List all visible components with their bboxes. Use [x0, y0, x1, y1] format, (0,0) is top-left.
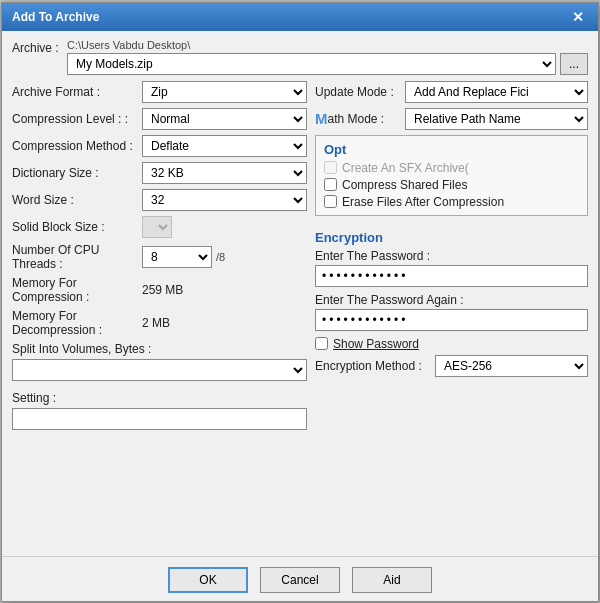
- erase-files-row: Erase Files After Compression: [324, 195, 579, 209]
- password-label: Enter The Password :: [315, 249, 588, 263]
- encryption-method-row: Encryption Method : AES-256: [315, 355, 588, 377]
- solid-block-row: Solid Block Size :: [12, 216, 307, 238]
- cancel-button[interactable]: Cancel: [260, 567, 340, 593]
- browse-button[interactable]: ...: [560, 53, 588, 75]
- archive-input-row: My Models.zip ...: [67, 53, 588, 75]
- archive-format-control: Zip: [142, 81, 307, 103]
- compression-method-row: Compression Method : Deflate: [12, 135, 307, 157]
- dictionary-size-label: Dictionary Size :: [12, 166, 142, 180]
- show-password-label: Show Password: [333, 337, 419, 351]
- math-label-rest: ath Mode :: [328, 112, 385, 126]
- update-mode-row: Update Mode : Add And Replace Fici: [315, 81, 588, 103]
- split-select[interactable]: [12, 359, 307, 381]
- math-mode-row: M ath Mode : Relative Path Name: [315, 108, 588, 130]
- create-sfx-label: Create An SFX Archive(: [342, 161, 469, 175]
- cpu-controls: 8 /8: [142, 246, 307, 268]
- cpu-threads-select[interactable]: 8: [142, 246, 212, 268]
- archive-format-row: Archive Format : Zip: [12, 81, 307, 103]
- encryption-method-label: Encryption Method :: [315, 359, 435, 373]
- compression-level-control: Normal: [142, 108, 307, 130]
- encryption-title: Encryption: [315, 230, 588, 245]
- cpu-max: /8: [216, 251, 225, 263]
- memory-decompression-row: Memory For Decompression : 2 MB: [12, 309, 307, 337]
- create-sfx-row: Create An SFX Archive(: [324, 161, 579, 175]
- erase-files-label: Erase Files After Compression: [342, 195, 504, 209]
- opt-section: Opt Create An SFX Archive( Compress Shar…: [315, 135, 588, 216]
- archive-format-label: Archive Format :: [12, 85, 142, 99]
- dialog-body: Archive : C:\Users Vabdu Desktop\ My Mod…: [2, 31, 598, 556]
- dictionary-size-control: 32 KB: [142, 162, 307, 184]
- update-mode-select[interactable]: Add And Replace Fici: [405, 81, 588, 103]
- memory-compression-row: Memory For Compression : 259 MB: [12, 276, 307, 304]
- solid-block-select: [142, 216, 172, 238]
- add-to-archive-dialog: Add To Archive ✕ Archive : C:\Users Vabd…: [1, 2, 599, 602]
- compression-method-label: Compression Method :: [12, 139, 142, 153]
- create-sfx-checkbox[interactable]: [324, 161, 337, 174]
- aid-button[interactable]: Aid: [352, 567, 432, 593]
- math-mode-label-container: M ath Mode :: [315, 110, 405, 127]
- archive-format-select[interactable]: Zip: [142, 81, 307, 103]
- encryption-section: Encryption Enter The Password : Enter Th…: [315, 230, 588, 377]
- left-panel: Archive Format : Zip Compression Level :…: [12, 81, 307, 548]
- update-mode-label: Update Mode :: [315, 85, 405, 99]
- setting-input[interactable]: [12, 408, 307, 430]
- setting-section: Setting :: [12, 391, 307, 430]
- split-section: Split Into Volumes, Bytes :: [12, 342, 307, 381]
- compression-level-select[interactable]: Normal: [142, 108, 307, 130]
- show-password-checkbox[interactable]: [315, 337, 328, 350]
- compression-method-control: Deflate: [142, 135, 307, 157]
- archive-filename-select[interactable]: My Models.zip: [67, 53, 556, 75]
- close-button[interactable]: ✕: [568, 9, 588, 25]
- ok-button[interactable]: OK: [168, 567, 248, 593]
- archive-label: Archive :: [12, 39, 67, 55]
- right-panel: Update Mode : Add And Replace Fici M ath…: [315, 81, 588, 548]
- word-size-select[interactable]: 32: [142, 189, 307, 211]
- encryption-method-select[interactable]: AES-256: [435, 355, 588, 377]
- solid-block-control: [142, 216, 172, 238]
- word-size-control: 32: [142, 189, 307, 211]
- compression-level-label: Compression Level : :: [12, 112, 142, 126]
- memory-compression-value: 259 MB: [142, 283, 183, 297]
- title-bar: Add To Archive ✕: [2, 3, 598, 31]
- archive-row: Archive : C:\Users Vabdu Desktop\ My Mod…: [12, 39, 588, 75]
- compression-method-select[interactable]: Deflate: [142, 135, 307, 157]
- compress-shared-row: Compress Shared Files: [324, 178, 579, 192]
- archive-subpath: C:\Users Vabdu Desktop\: [67, 39, 588, 51]
- setting-label: Setting :: [12, 391, 307, 405]
- erase-files-checkbox[interactable]: [324, 195, 337, 208]
- solid-block-label: Solid Block Size :: [12, 220, 142, 234]
- memory-decompression-label: Memory For Decompression :: [12, 309, 142, 337]
- archive-path-group: C:\Users Vabdu Desktop\ My Models.zip ..…: [67, 39, 588, 75]
- compress-shared-label: Compress Shared Files: [342, 178, 467, 192]
- opt-title: Opt: [324, 142, 579, 157]
- password-again-label: Enter The Password Again :: [315, 293, 588, 307]
- word-size-row: Word Size : 32: [12, 189, 307, 211]
- dialog-title: Add To Archive: [12, 10, 99, 24]
- math-m-letter: M: [315, 110, 328, 127]
- word-size-label: Word Size :: [12, 193, 142, 207]
- split-label: Split Into Volumes, Bytes :: [12, 342, 307, 356]
- math-mode-select[interactable]: Relative Path Name: [405, 108, 588, 130]
- dictionary-size-row: Dictionary Size : 32 KB: [12, 162, 307, 184]
- show-password-row: Show Password: [315, 337, 588, 351]
- memory-compression-label: Memory For Compression :: [12, 276, 142, 304]
- dictionary-size-select[interactable]: 32 KB: [142, 162, 307, 184]
- cpu-threads-label: Number Of CPU Threads :: [12, 243, 142, 271]
- password-input[interactable]: [315, 265, 588, 287]
- compression-level-row: Compression Level : : Normal: [12, 108, 307, 130]
- memory-decompression-value: 2 MB: [142, 316, 170, 330]
- footer: OK Cancel Aid: [2, 556, 598, 601]
- compress-shared-checkbox[interactable]: [324, 178, 337, 191]
- password-again-input[interactable]: [315, 309, 588, 331]
- cpu-threads-row: Number Of CPU Threads : 8 /8: [12, 243, 307, 271]
- main-content: Archive Format : Zip Compression Level :…: [12, 81, 588, 548]
